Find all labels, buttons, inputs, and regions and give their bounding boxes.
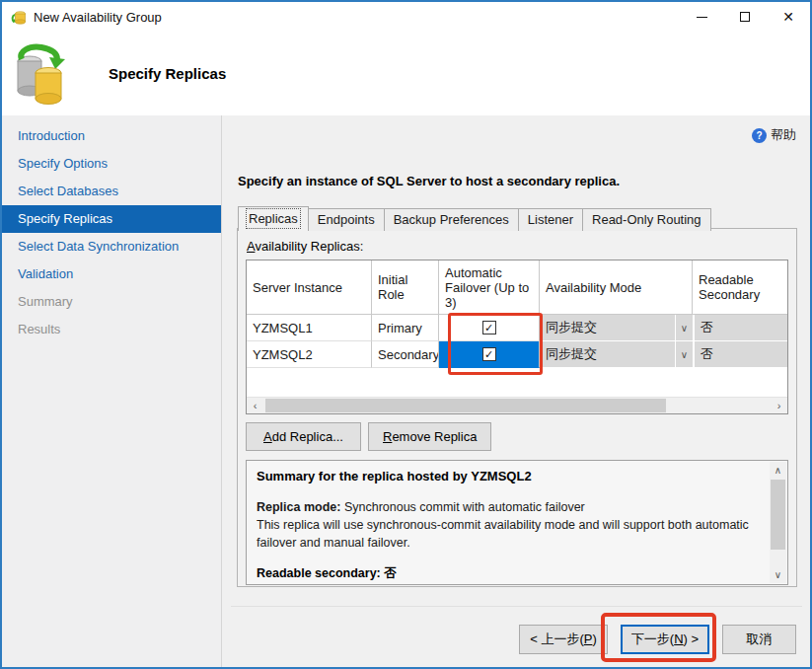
availability-replicas-label: Availability Replicas: [247,239,788,254]
availability-mode-cell: 同步提交 ∨ [540,341,693,368]
grid-header-row: Server Instance Initial Role Automatic F… [247,260,787,315]
scroll-up-icon[interactable]: ∧ [770,462,786,479]
sidebar-item-results: Results [2,316,221,343]
server-instance-cell: YZMSQL2 [247,341,372,368]
help-link[interactable]: ? 帮助 [752,126,796,144]
column-initial-role: Initial Role [372,260,439,314]
readable-secondary-line: Readable secondary: 否 [257,565,762,582]
replicas-tab-panel: Availability Replicas: Server Instance I… [237,228,797,587]
sidebar-item-specify-replicas[interactable]: Specify Replicas [2,205,221,233]
wizard-navigation: < 上一步(P) 下一步(N) > 取消 [519,625,796,654]
scrollbar-thumb[interactable] [265,399,666,412]
cancel-button[interactable]: 取消 [722,625,796,654]
column-readable-secondary: Readable Secondary [693,260,787,314]
table-row[interactable]: YZMSQL1 Primary ✓ 同步提交 ∨ [247,315,787,341]
readable-secondary-dropdown[interactable]: 否 [695,315,787,341]
initial-role-cell: Primary [372,315,439,341]
footer-separator [231,606,802,607]
replica-summary-box: Summary for the replica hosted by YZMSQL… [246,460,788,585]
check-icon: ✓ [484,349,493,360]
new-availability-group-window: New Availability Group ✕ Specify Replica… [0,0,812,669]
title-bar: New Availability Group ✕ [2,2,810,32]
close-icon: ✕ [782,10,794,24]
grid-empty-area [247,368,787,397]
scroll-right-icon[interactable]: › [771,398,787,413]
sidebar-item-validation[interactable]: Validation [2,260,221,288]
scroll-down-icon[interactable]: ∨ [770,566,786,583]
close-button[interactable]: ✕ [767,2,810,32]
wizard-steps-sidebar: Introduction Specify Options Select Data… [2,115,222,667]
add-replica-button[interactable]: Add Replica... [246,422,361,451]
automatic-failover-cell: ✓ [439,315,540,341]
tab-replicas[interactable]: Replicas [238,206,309,231]
tab-backup-preferences[interactable]: Backup Preferences [384,208,519,231]
minimize-button[interactable] [680,2,723,32]
availability-mode-dropdown[interactable]: 同步提交 ∨ [540,315,693,341]
column-availability-mode: Availability Mode [540,260,693,314]
replica-mode-description: This replica will use synchronous-commit… [257,516,762,552]
sidebar-item-select-databases[interactable]: Select Databases [2,178,221,205]
scrollbar-thumb[interactable] [771,480,785,550]
next-button[interactable]: 下一步(N) > [621,625,709,654]
remove-replica-button[interactable]: Remove Replica [368,422,491,451]
page-title: Specify Replicas [109,65,226,82]
readable-secondary-cell: 否 [693,341,787,368]
initial-role-cell: Secondary [372,341,439,368]
summary-title: Summary for the replica hosted by YZMSQL… [257,469,762,483]
availability-mode-dropdown[interactable]: 同步提交 ∨ [540,341,693,368]
maximize-icon [740,12,750,22]
availability-mode-cell: 同步提交 ∨ [540,315,693,341]
replica-mode-line: Replica mode: Synchronous commit with au… [257,500,762,514]
readable-secondary-cell: 否 [693,315,787,341]
automatic-failover-checkbox[interactable]: ✓ [482,347,496,361]
window-title: New Availability Group [34,10,680,25]
vertical-scrollbar[interactable]: ∧ ∨ [770,462,786,583]
scroll-left-icon[interactable]: ‹ [247,398,263,413]
app-icon [11,9,27,25]
column-automatic-failover: Automatic Failover (Up to 3) [439,260,540,314]
table-row[interactable]: YZMSQL2 Secondary ✓ 同步提交 ∨ [247,341,787,368]
tab-bar: Replicas Endpoints Backup Preferences Li… [238,206,710,231]
availability-replicas-grid: Server Instance Initial Role Automatic F… [246,260,788,414]
previous-button[interactable]: < 上一步(P) [519,625,608,654]
chevron-down-icon: ∨ [675,341,693,367]
sidebar-item-summary: Summary [2,288,221,316]
sidebar-item-specify-options[interactable]: Specify Options [2,150,221,178]
tab-listener[interactable]: Listener [518,208,583,231]
main-panel: ? 帮助 Specify an instance of SQL Server t… [222,115,810,667]
help-label: 帮助 [771,126,796,144]
sidebar-item-introduction[interactable]: Introduction [2,122,221,150]
help-icon: ? [752,128,767,143]
wizard-header: Specify Replicas [2,32,810,115]
instruction-text: Specify an instance of SQL Server to hos… [238,174,620,188]
tab-read-only-routing[interactable]: Read-Only Routing [582,208,711,231]
minimize-icon [697,17,707,18]
server-instance-cell: YZMSQL1 [247,315,372,341]
horizontal-scrollbar[interactable]: ‹ › [247,397,787,413]
column-server-instance: Server Instance [247,260,372,314]
sidebar-item-select-data-synchronization[interactable]: Select Data Synchronization [2,233,221,260]
readable-secondary-dropdown[interactable]: 否 [695,341,787,368]
tab-endpoints[interactable]: Endpoints [308,208,385,231]
chevron-down-icon: ∨ [675,315,693,340]
availability-group-icon [16,43,67,105]
automatic-failover-cell-selected: ✓ [439,341,540,368]
check-icon: ✓ [484,323,493,334]
automatic-failover-checkbox[interactable]: ✓ [482,321,496,334]
maximize-button[interactable] [723,2,767,32]
